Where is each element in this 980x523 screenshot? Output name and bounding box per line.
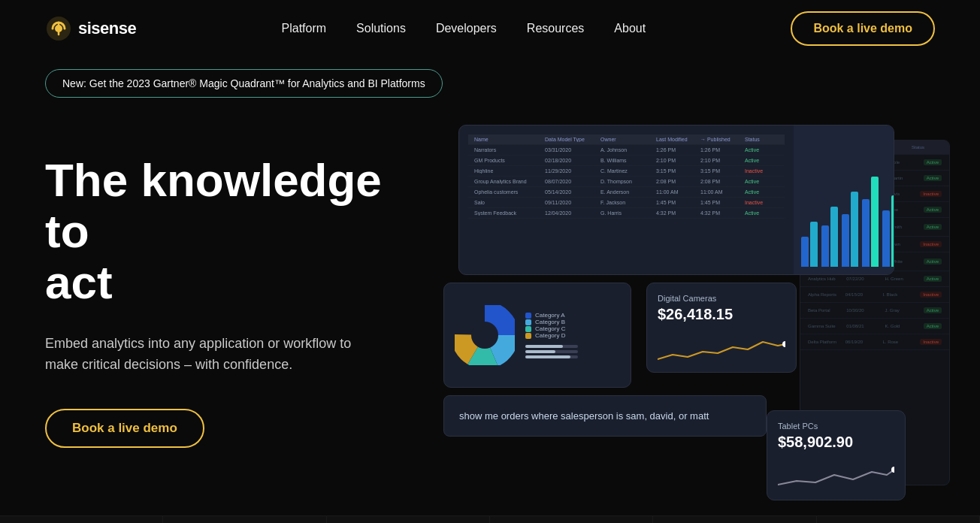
hero-title: The knowledge to act: [45, 155, 421, 309]
svg-point-6: [471, 322, 498, 349]
logo[interactable]: sisense: [45, 15, 136, 42]
partner-item-2: ●●●: [163, 516, 326, 523]
data-table: Name Data Model Type Owner Last Modified…: [459, 125, 794, 274]
tablet-pcs-value: $58,902.90: [778, 434, 894, 451]
nav-item-platform[interactable]: Platform: [282, 22, 327, 35]
hero-cta-button[interactable]: Book a live demo: [45, 409, 204, 448]
pie-chart-card: Category A Category B Category C Categor…: [443, 283, 631, 388]
svg-point-7: [782, 341, 785, 347]
digital-cameras-label: Digital Cameras: [658, 294, 785, 303]
partner-bar: ●●● ●●● ●●● ●●● ●●● ●●●: [0, 515, 980, 523]
bar-chart: [794, 125, 894, 274]
pie-chart: [455, 305, 515, 365]
nav-item-about[interactable]: About: [614, 22, 646, 35]
hero-content: The knowledge to act Embed analytics int…: [45, 125, 421, 448]
digital-cameras-card: Digital Cameras $26,418.15: [646, 283, 797, 373]
main-table-chart-card: Name Data Model Type Owner Last Modified…: [458, 125, 894, 275]
sisense-logo-icon: [45, 15, 72, 42]
navbar: sisense Platform Solutions Developers Re…: [0, 0, 980, 57]
search-query-card: show me orders where salesperson is sam,…: [443, 395, 767, 437]
announcement-banner: New: Get the 2023 Gartner® Magic Quadran…: [0, 57, 980, 110]
hero-visuals: Name Date Owner Status Narrators03/31/20…: [436, 125, 935, 500]
hero-description: Embed analytics into any application or …: [45, 333, 361, 376]
tablet-pcs-sparkline: [778, 458, 894, 495]
digital-cameras-value: $26,418.15: [658, 306, 785, 323]
digital-cameras-sparkline: [658, 331, 785, 364]
announcement-link[interactable]: New: Get the 2023 Gartner® Magic Quadran…: [45, 69, 443, 98]
partner-item-5: ●●●: [653, 516, 816, 523]
tablet-pcs-card: Tablet PCs $58,902.90: [767, 410, 906, 500]
nav-item-solutions[interactable]: Solutions: [356, 22, 406, 35]
partner-item-1: ●●●: [0, 516, 163, 523]
nav-links: Platform Solutions Developers Resources …: [282, 22, 646, 35]
logo-wordmark: sisense: [78, 19, 136, 38]
pie-legend: Category A Category B Category C Categor…: [525, 312, 578, 358]
tablet-pcs-label: Tablet PCs: [778, 422, 894, 431]
nav-cta-button[interactable]: Book a live demo: [791, 11, 935, 46]
hero-section: The knowledge to act Embed analytics int…: [0, 110, 980, 500]
partner-item-6: ●●●: [817, 516, 980, 523]
partner-item-3: ●●●: [327, 516, 490, 523]
nav-item-resources[interactable]: Resources: [527, 22, 584, 35]
nav-item-developers[interactable]: Developers: [436, 22, 497, 35]
partner-item-4: ●●●: [490, 516, 653, 523]
search-query-text: show me orders where salesperson is sam,…: [459, 410, 709, 422]
